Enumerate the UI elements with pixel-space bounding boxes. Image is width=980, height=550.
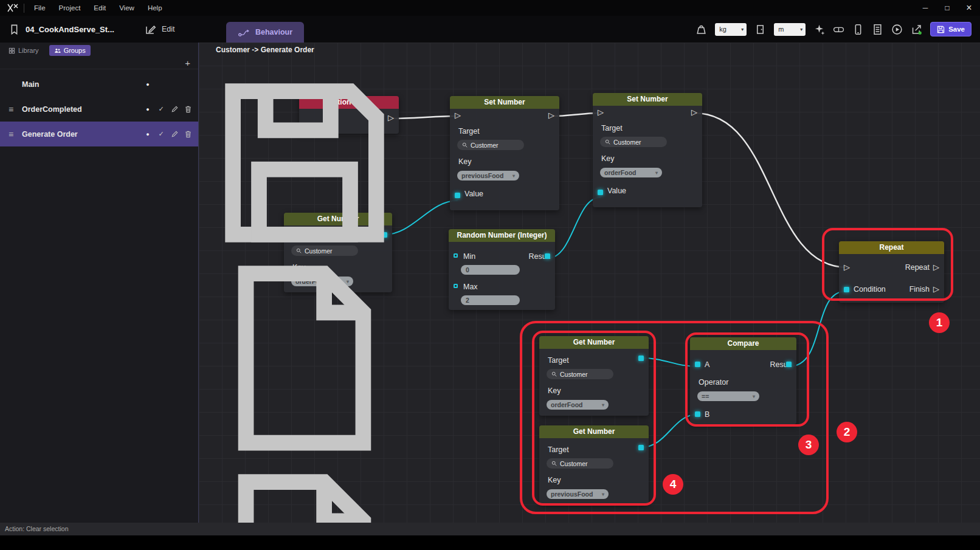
rename-icon[interactable]	[168, 105, 181, 113]
node-random-number[interactable]: Random Number (Integer) Min Result 0 Max…	[449, 229, 555, 310]
max-label: Max	[463, 283, 478, 291]
check-icon[interactable]: ✓	[154, 130, 168, 138]
save-button[interactable]: Save	[930, 22, 971, 36]
node-set-number-2[interactable]: Set Number ▷ ▷ Target Customer Key order…	[593, 93, 702, 207]
target-value: Customer	[471, 142, 499, 149]
drag-handle-icon[interactable]: ≡	[0, 129, 22, 139]
exec-pin-row: ▷ ▷	[450, 109, 559, 123]
target-label: Target	[458, 127, 559, 137]
sparkle-wand-icon[interactable]	[813, 24, 825, 35]
menu-file[interactable]: File	[27, 0, 52, 16]
file-icon[interactable]	[213, 254, 396, 462]
minimize-button[interactable]: ─	[914, 0, 936, 16]
search-icon	[605, 139, 610, 145]
maximize-button[interactable]: □	[936, 0, 958, 16]
target-search-field[interactable]: Customer	[457, 140, 524, 150]
rename-icon[interactable]	[168, 130, 181, 138]
menu-project[interactable]: Project	[52, 0, 88, 16]
menu-bar: File Project Edit View Help ─ □ ×	[0, 0, 980, 16]
max-input-pin[interactable]	[454, 284, 458, 288]
toolbar-right: kg ▾ m ▾ Save	[695, 16, 971, 43]
annotation-badge-3: 3	[798, 435, 819, 455]
node-header[interactable]: Random Number (Integer)	[449, 229, 555, 242]
file-lines-icon[interactable]	[213, 462, 396, 523]
trash-icon[interactable]	[181, 105, 195, 113]
node-header[interactable]: Set Number	[593, 93, 702, 106]
key-dropdown[interactable]: orderFood ▾	[600, 168, 662, 177]
sidebar-tabs: Library Groups	[0, 43, 198, 57]
group-row-generate-order[interactable]: ≡ Generate Order ● ✓	[0, 122, 198, 146]
key-value: orderFood	[604, 169, 637, 176]
graph-canvas[interactable]: Customer -> Generate Order ↶ ↷ Action S	[199, 43, 980, 523]
menu-help[interactable]: Help	[141, 0, 169, 16]
state-dot-icon: ●	[141, 131, 154, 137]
group-label: Generate Order	[22, 130, 141, 139]
exec-out-pin[interactable]: ▷	[691, 108, 697, 117]
tab-library[interactable]: Library	[4, 45, 44, 56]
key-dropdown[interactable]: previousFood ▾	[457, 171, 519, 180]
chevron-down-icon: ▾	[512, 173, 515, 179]
annotation-badge-4: 4	[663, 474, 683, 495]
mass-unit-select[interactable]: kg ▾	[715, 23, 747, 36]
chevron-down-icon: ▾	[741, 27, 744, 32]
trash-icon[interactable]	[181, 130, 195, 138]
key-label: Key	[601, 154, 702, 164]
chevron-down-icon: ▾	[655, 170, 658, 176]
status-text: Action: Clear selection	[5, 525, 68, 532]
annotation-badge-1: 1	[929, 312, 950, 333]
tab-groups[interactable]: Groups	[49, 45, 91, 56]
capsule-toggle-icon[interactable]	[833, 24, 844, 35]
sidebar: Library Groups + Main ● ≡ OrderCompleted…	[0, 43, 199, 523]
max-value-input[interactable]: 2	[461, 295, 520, 305]
exec-wire	[391, 116, 458, 119]
target-search-field[interactable]: Customer	[600, 137, 667, 147]
value-row: Value	[450, 188, 559, 202]
exec-in-pin[interactable]: ▷	[455, 111, 461, 120]
library-icon	[9, 47, 15, 54]
group-label: OrderCompleted	[22, 105, 141, 114]
device-preview-icon[interactable]	[852, 24, 864, 35]
exec-out-pin[interactable]: ▷	[548, 111, 554, 120]
check-icon[interactable]: ✓	[154, 105, 168, 113]
state-dot-icon: ●	[141, 81, 154, 88]
edit-icon	[145, 24, 156, 35]
edit-button[interactable]: Edit	[145, 16, 175, 43]
mass-icon	[695, 24, 707, 35]
status-bar: Action: Clear selection	[0, 523, 980, 535]
result-output-pin[interactable]	[545, 253, 550, 259]
target-value: Customer	[613, 139, 641, 146]
length-unit-value: m	[778, 26, 784, 33]
tab-behaviour[interactable]: Behaviour	[226, 22, 304, 43]
save-icon	[937, 26, 945, 33]
play-icon[interactable]	[891, 24, 903, 35]
menu-edit[interactable]: Edit	[87, 0, 112, 16]
group-row-main[interactable]: Main ●	[0, 72, 198, 97]
drag-handle-icon[interactable]: ≡	[0, 105, 22, 114]
group-list: Main ● ≡ OrderCompleted ● ✓ ≡ Generate O…	[0, 72, 198, 146]
add-group-button[interactable]: +	[185, 58, 190, 68]
window-controls: ─ □ ×	[914, 0, 980, 16]
value-input-pin[interactable]	[455, 193, 460, 198]
save-graph-icon[interactable]	[213, 72, 396, 254]
exec-in-pin[interactable]: ▷	[598, 108, 604, 117]
length-unit-select[interactable]: m ▾	[774, 23, 806, 36]
canvas-toolbar: ↶ ↷	[213, 72, 396, 523]
close-button[interactable]: ×	[958, 0, 980, 16]
export-icon[interactable]	[911, 24, 922, 35]
value-label: Value	[464, 190, 483, 198]
min-label: Min	[463, 252, 475, 261]
script-list-icon[interactable]	[872, 24, 883, 35]
value-input-pin[interactable]	[598, 190, 603, 195]
annotation-box-compare	[685, 332, 809, 427]
min-input-pin[interactable]	[454, 253, 458, 258]
value-label: Value	[607, 187, 626, 195]
group-row-ordercompleted[interactable]: ≡ OrderCompleted ● ✓	[0, 97, 198, 122]
edit-label: Edit	[162, 25, 175, 33]
menu-view[interactable]: View	[112, 0, 141, 16]
behaviour-label: Behaviour	[255, 28, 292, 36]
min-value-input[interactable]: 0	[461, 265, 520, 275]
node-set-number-1[interactable]: Set Number ▷ ▷ Target Customer Key previ…	[450, 96, 559, 210]
breadcrumb: Customer -> Generate Order	[216, 46, 314, 54]
node-header[interactable]: Set Number	[450, 96, 559, 109]
behaviour-icon	[238, 28, 250, 37]
